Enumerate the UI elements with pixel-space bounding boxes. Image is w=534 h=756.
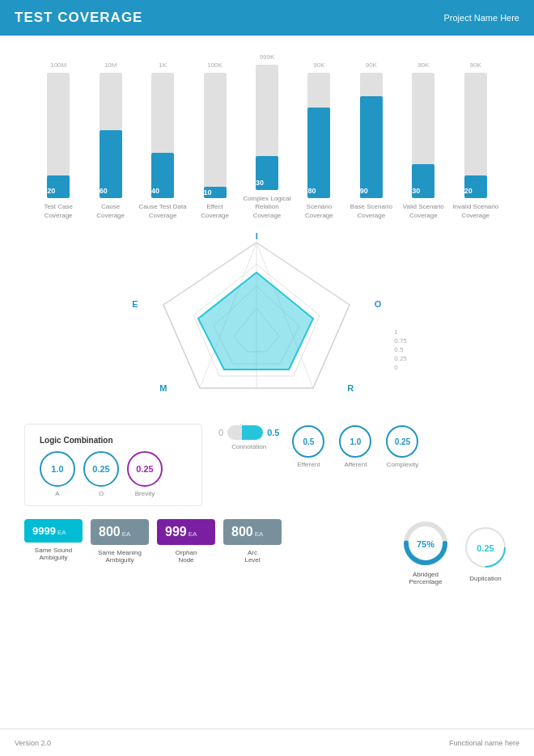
bar-group-4: 999K 30 Complex LogicalRelation Coverage	[241, 65, 293, 220]
stat-abridged: 75% AbridgedPercentage	[401, 519, 450, 585]
metric-afferent: 1.0 Afferent	[339, 425, 371, 468]
metric-afferent-circle: 1.0	[339, 425, 371, 458]
stat-arc-level: 800 EA ArcLevel	[223, 519, 282, 585]
stat-box-same-meaning: 800 EA	[91, 519, 149, 545]
bar-max-0: 100M	[50, 61, 66, 69]
abridged-label: AbridgedPercentage	[409, 571, 443, 585]
bar-value-4: 30	[256, 179, 264, 187]
bar-value-3: 10	[204, 188, 212, 196]
stat-same-sound-value: 9999	[32, 526, 56, 536]
radar-tick-1: 1	[394, 328, 407, 336]
footer: Version 2.0 Functional name here	[0, 729, 534, 756]
stat-same-sound-unit: EA	[57, 529, 66, 536]
bar-wrapper-5: 90K 80	[304, 73, 333, 198]
bar-fill-1: 60	[100, 130, 122, 198]
bar-wrapper-7: 90K 30	[409, 73, 438, 198]
bar-wrapper-1: 10M 60	[96, 73, 125, 198]
bar-fill-4: 30	[256, 156, 278, 190]
metric-O-circle: 0.25	[83, 451, 119, 487]
metric-complexity-label: Complexity	[387, 461, 419, 468]
logic-combination-box: Logic Combination 1.0 A 0.25 O	[24, 424, 202, 506]
radar-tick-025: 0.25	[394, 355, 407, 362]
stat-arc-value: 800	[231, 526, 253, 538]
bar-label-0: Test CaseCoverage	[44, 203, 73, 220]
bar-fill-3: 10	[204, 187, 227, 198]
bar-group-5: 90K 80 ScenarioCoverage	[293, 73, 345, 220]
stat-orphan-unit: EA	[189, 530, 197, 538]
bar-label-7: Valid ScenarioCoverage	[403, 203, 444, 220]
bar-fill-8: 20	[464, 175, 487, 198]
metric-efferent: 0.5 Efferent	[292, 425, 324, 468]
stat-duplication: 0.25 Duplication	[461, 523, 510, 582]
bar-label-3: EffectCoverage	[201, 203, 229, 220]
right-metrics-group: 0.5 Efferent 1.0 Afferent 0.25	[292, 425, 426, 468]
bar-max-7: 90K	[417, 61, 429, 69]
footer-version: Version 2.0	[15, 739, 51, 747]
content-area: 100M 20 Test CaseCoverage 10M 60 CauseCo…	[0, 36, 534, 756]
bar-fill-2: 40	[151, 153, 174, 198]
stat-arc-label: ArcLevel	[223, 549, 282, 564]
abridged-donut-svg: 75%	[401, 519, 450, 568]
connotation-track	[227, 425, 263, 440]
bar-label-2: Cause Test DataCoverage	[139, 203, 187, 220]
bar-value-8: 20	[464, 187, 473, 195]
stat-box-same-sound: 9999 EA	[24, 519, 83, 543]
radar-label-I: I	[256, 231, 258, 241]
bar-value-6: 90	[360, 187, 368, 195]
radar-section: I O R M E	[24, 228, 510, 406]
stat-arc-unit: EA	[255, 530, 264, 538]
connotation-label: Connotation	[231, 443, 266, 450]
radar-tick-075: 0.75	[394, 337, 407, 344]
duplication-label: Duplication	[469, 575, 502, 582]
bar-value-5: 80	[307, 187, 316, 195]
bar-wrapper-4: 999K 30	[252, 65, 282, 190]
stat-orphan-top: 999 EA	[165, 526, 197, 538]
metric-A-circle: 1.0	[40, 451, 75, 487]
connotation-widget: 0 0.5	[218, 425, 279, 440]
stat-orphan-node: 999 EA OrphanNode	[157, 519, 215, 585]
bar-fill-5: 80	[307, 108, 330, 198]
bar-group-2: 1K 40 Cause Test DataCoverage	[137, 73, 189, 220]
bar-chart-container: 100M 20 Test CaseCoverage 10M 60 CauseCo…	[24, 58, 510, 220]
radar-svg	[135, 228, 378, 398]
bar-wrapper-0: 100M 20	[44, 73, 73, 198]
metric-efferent-circle: 0.5	[292, 425, 324, 458]
bar-wrapper-3: 100K 10	[201, 73, 230, 198]
stat-box-orphan: 999 EA	[157, 519, 215, 545]
svg-text:0.25: 0.25	[477, 543, 494, 553]
bottom-metrics-section: 9999 EA Same SoundAmbiguity 800 EA	[24, 519, 510, 585]
stat-orphan-label: OrphanNode	[157, 549, 215, 564]
svg-marker-9	[198, 272, 313, 370]
connotation-right-value: 0.5	[267, 428, 279, 437]
footer-functional: Functional name here	[449, 739, 519, 747]
bar-max-3: 100K	[207, 61, 222, 69]
radar-label-R: R	[347, 383, 354, 393]
bar-max-6: 90K	[366, 61, 377, 69]
radar-tick-05: 0.5	[394, 346, 407, 353]
stat-same-meaning-label: Same MeaningAmbiguity	[91, 549, 149, 564]
bar-wrapper-8: 90K 20	[461, 73, 490, 198]
bar-bg-3	[204, 73, 227, 198]
metric-brevity-circle: 0.25	[127, 451, 163, 487]
bar-value-1: 60	[100, 187, 108, 195]
bar-group-6: 90K 90 Base ScenarioCoverage	[345, 73, 397, 220]
bar-max-4: 999K	[260, 53, 275, 61]
metric-O: 0.25 O	[83, 451, 119, 497]
bar-value-0: 20	[47, 187, 55, 195]
bar-wrapper-6: 90K 90	[357, 73, 386, 198]
stat-arc-top: 800 EA	[231, 526, 263, 538]
metric-afferent-label: Afferent	[344, 461, 367, 468]
connotation-left-value: 0	[218, 428, 223, 437]
bar-max-2: 1K	[159, 61, 167, 69]
page-title: TEST COVERAGE	[15, 10, 142, 26]
bar-label-8: Invalid ScenarioCoverage	[452, 203, 498, 220]
radar-label-E: E	[132, 299, 138, 309]
metric-brevity: 0.25 Brevity	[127, 451, 163, 497]
radar-label-M: M	[159, 383, 167, 393]
bar-group-8: 90K 20 Invalid ScenarioCoverage	[450, 73, 502, 220]
stat-same-meaning-unit: EA	[122, 530, 131, 538]
stat-box-arc: 800 EA	[223, 519, 282, 545]
bar-fill-7: 30	[412, 164, 434, 198]
header: TEST COVERAGE Project Name Here	[0, 0, 534, 36]
bar-group-3: 100K 10 EffectCoverage	[189, 73, 240, 220]
